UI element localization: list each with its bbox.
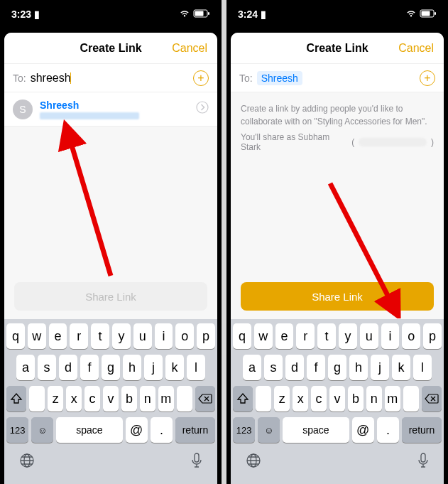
key-k[interactable]: k: [392, 355, 410, 380]
to-recipient-pill[interactable]: Shreesh: [257, 71, 302, 85]
key-a[interactable]: a: [16, 355, 35, 380]
keyboard-row-1: q w e r t y u i o p: [6, 323, 215, 349]
add-contact-button[interactable]: +: [420, 70, 435, 86]
key-v[interactable]: v: [103, 386, 119, 412]
key-s[interactable]: s: [38, 355, 56, 380]
key-m[interactable]: m: [385, 386, 400, 412]
key-p[interactable]: p: [197, 323, 215, 349]
sheet-header: Create Link Cancel: [231, 33, 444, 64]
globe-icon[interactable]: [19, 453, 35, 472]
key-t[interactable]: t: [317, 323, 336, 349]
key-l[interactable]: l: [187, 355, 205, 380]
key-z[interactable]: z: [48, 386, 63, 412]
backspace-key[interactable]: [195, 386, 215, 412]
space-key[interactable]: space: [283, 417, 349, 443]
svg-rect-9: [435, 12, 436, 15]
key-v[interactable]: v: [329, 386, 345, 412]
at-key[interactable]: @: [352, 417, 374, 443]
backspace-key[interactable]: [422, 386, 442, 412]
to-input-value[interactable]: shreesh: [31, 72, 71, 85]
to-field-row[interactable]: To: shreesh +: [4, 64, 217, 92]
at-key[interactable]: @: [126, 417, 148, 443]
avatar: S: [13, 100, 33, 119]
return-key[interactable]: return: [402, 417, 442, 443]
key-t[interactable]: t: [91, 323, 109, 349]
key-g[interactable]: g: [102, 355, 120, 380]
shift-key[interactable]: [6, 386, 26, 412]
status-indicator: ▮: [261, 9, 266, 20]
key-s[interactable]: s: [264, 355, 283, 380]
page-title: Create Link: [306, 42, 368, 55]
key-w[interactable]: w: [28, 323, 46, 349]
key-b[interactable]: b: [348, 386, 364, 412]
key-u[interactable]: u: [133, 323, 152, 349]
keyboard-row-2: a s d f g h j k l: [233, 355, 442, 380]
key-r[interactable]: r: [296, 323, 315, 349]
wifi-icon: [405, 9, 417, 20]
space-key[interactable]: space: [56, 417, 122, 443]
key-o[interactable]: o: [175, 323, 194, 349]
key-m[interactable]: m: [158, 386, 174, 412]
key-h[interactable]: h: [123, 355, 141, 380]
contact-suggestion-row[interactable]: S Shreesh: [4, 92, 217, 127]
numbers-key[interactable]: 123: [233, 417, 255, 443]
key-r[interactable]: r: [70, 323, 88, 349]
key-o[interactable]: o: [402, 323, 420, 349]
key-c[interactable]: c: [311, 386, 327, 412]
key-e[interactable]: e: [49, 323, 67, 349]
key-f[interactable]: f: [80, 355, 99, 380]
key-e[interactable]: e: [275, 323, 294, 349]
dot-key[interactable]: .: [377, 417, 399, 443]
to-field-row[interactable]: To: Shreesh +: [231, 64, 444, 92]
key-g[interactable]: g: [328, 355, 346, 380]
key-c[interactable]: c: [84, 386, 100, 412]
cancel-button[interactable]: Cancel: [172, 42, 207, 55]
chevron-right-icon[interactable]: [196, 101, 209, 117]
key-j[interactable]: j: [371, 355, 389, 380]
emoji-key[interactable]: ☺: [258, 417, 280, 443]
add-contact-button[interactable]: +: [193, 70, 209, 86]
key-k[interactable]: k: [165, 355, 184, 380]
key-i[interactable]: i: [155, 323, 173, 349]
key-w[interactable]: w: [254, 323, 273, 349]
keyboard-row-3: z x c v b n m: [6, 386, 215, 412]
mic-icon[interactable]: [191, 453, 202, 472]
key-h[interactable]: h: [349, 355, 368, 380]
key-j[interactable]: j: [144, 355, 163, 380]
shift-key[interactable]: [233, 386, 253, 412]
key-u[interactable]: u: [360, 323, 378, 349]
key-x[interactable]: x: [66, 386, 82, 412]
key-l[interactable]: l: [413, 355, 432, 380]
key-z[interactable]: z: [274, 386, 290, 412]
globe-icon[interactable]: [246, 453, 261, 472]
key-i[interactable]: i: [381, 323, 400, 349]
status-bar: 3:24 ▮: [226, 0, 448, 28]
key-q[interactable]: q: [6, 323, 25, 349]
annotation-arrow: [33, 119, 125, 283]
numbers-key[interactable]: 123: [6, 417, 28, 443]
key-y[interactable]: y: [112, 323, 131, 349]
key-x[interactable]: x: [293, 386, 308, 412]
status-time: 3:24: [238, 9, 258, 20]
key-d[interactable]: d: [285, 355, 304, 380]
info-text: Create a link by adding people you'd lik…: [231, 92, 444, 132]
keyboard-row-2: a s d f g h j k l: [6, 355, 215, 380]
key-n[interactable]: n: [366, 386, 382, 412]
key-y[interactable]: y: [339, 323, 357, 349]
key-f[interactable]: f: [307, 355, 325, 380]
cancel-button[interactable]: Cancel: [398, 42, 434, 55]
key-p[interactable]: p: [423, 323, 442, 349]
sheet: Create Link Cancel To: Shreesh + Create …: [231, 33, 444, 484]
key-b[interactable]: b: [121, 386, 137, 412]
svg-point-3: [197, 102, 208, 113]
key-d[interactable]: d: [59, 355, 77, 380]
share-link-button[interactable]: Share Link: [241, 282, 434, 311]
key-n[interactable]: n: [140, 386, 155, 412]
phone-right: 3:24 ▮ Create Link Cancel To: Shreesh + …: [226, 0, 448, 484]
emoji-key[interactable]: ☺: [31, 417, 53, 443]
mic-icon[interactable]: [417, 453, 429, 472]
key-q[interactable]: q: [233, 323, 251, 349]
key-a[interactable]: a: [243, 355, 261, 380]
return-key[interactable]: return: [175, 417, 215, 443]
dot-key[interactable]: .: [151, 417, 173, 443]
